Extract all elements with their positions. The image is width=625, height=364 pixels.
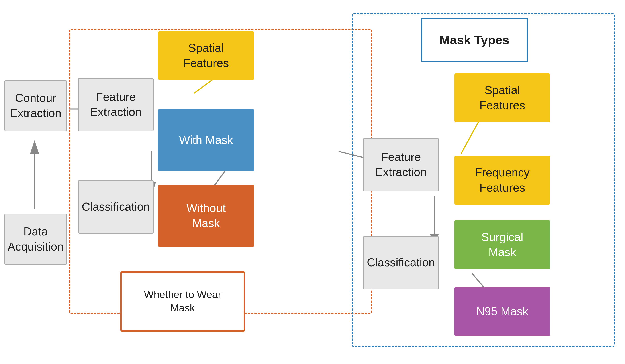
without-mask-box: WithoutMask xyxy=(158,185,254,247)
classification-1-box: Classification xyxy=(78,180,154,234)
classification-2-box: Classification xyxy=(363,236,439,289)
mask-types-box: Mask Types xyxy=(421,18,528,62)
contour-extraction-box: ContourExtraction xyxy=(4,80,67,131)
whether-to-wear-mask-box: Whether to WearMask xyxy=(120,271,245,332)
diagram-container: DataAcquisition ContourExtraction Featur… xyxy=(0,0,625,364)
with-mask-box: With Mask xyxy=(158,109,254,171)
feature-extraction-1-box: FeatureExtraction xyxy=(78,78,154,131)
n95-mask-box: N95 Mask xyxy=(454,287,550,336)
spatial-features-2-box: SpatialFeatures xyxy=(454,73,550,122)
surgical-mask-box: SurgicalMask xyxy=(454,220,550,269)
frequency-features-box: FrequencyFeatures xyxy=(454,156,550,205)
feature-extraction-2-box: FeatureExtraction xyxy=(363,138,439,191)
spatial-features-1-box: SpatialFeatures xyxy=(158,31,254,80)
data-acquisition-box: DataAcquisition xyxy=(4,214,67,265)
